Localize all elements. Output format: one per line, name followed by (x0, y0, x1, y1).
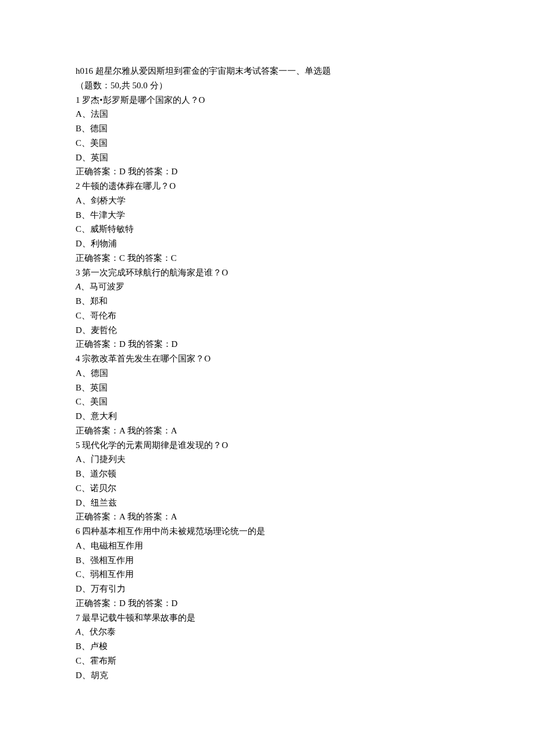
my-answer-value: A (171, 426, 177, 435)
correct-answer-value: D (119, 167, 126, 176)
correct-answer-value: D (119, 339, 126, 349)
option-separator: 、 (82, 411, 91, 421)
option-row: C、诺贝尔 (76, 481, 459, 496)
option-text: 电磁相互作用 (91, 541, 143, 550)
option-separator: 、 (81, 656, 90, 665)
option-letter: A (76, 627, 81, 636)
my-answer-value: C (171, 253, 177, 263)
option-text: 哥伦布 (90, 311, 116, 320)
option-text: 门捷列夫 (91, 454, 126, 464)
option-text: 诺贝尔 (90, 483, 116, 493)
option-separator: 、 (82, 368, 91, 378)
option-text: 剑桥大学 (91, 196, 126, 205)
option-row: D、利物浦 (76, 237, 459, 251)
option-row: B、德国 (76, 121, 459, 136)
option-row: C、美国 (76, 136, 459, 151)
option-separator: 、 (81, 138, 90, 148)
my-answer-label: 我的答案： (126, 167, 172, 176)
option-separator: 、 (81, 210, 90, 220)
option-separator: 、 (81, 469, 90, 478)
option-row: A、马可波罗 (76, 280, 459, 294)
option-letter: C (76, 311, 81, 320)
option-text: 卢梭 (90, 642, 108, 651)
option-letter: C (76, 569, 81, 579)
option-separator: 、 (82, 196, 91, 205)
option-letter: B (76, 383, 81, 392)
questions-container: 1 罗杰•彭罗斯是哪个国家的人？OA、法国B、德国C、美国D、英国正确答案：D … (76, 93, 459, 683)
question-number: 2 (76, 181, 82, 191)
correct-answer-value: C (119, 253, 125, 263)
answer-line: 正确答案：D 我的答案：D (76, 337, 459, 352)
question-number: 5 (76, 440, 82, 450)
option-letter: A (76, 282, 81, 291)
question-number: 1 (76, 95, 82, 105)
option-letter: C (76, 224, 81, 234)
option-separator: 、 (81, 124, 90, 133)
question-text: 宗教改革首先发生在哪个国家？O (82, 354, 211, 363)
option-letter: B (76, 556, 81, 565)
option-separator: 、 (81, 556, 90, 565)
option-letter: A (76, 196, 82, 205)
option-letter: C (76, 138, 81, 148)
option-row: D、意大利 (76, 409, 459, 424)
option-letter: C (76, 656, 81, 665)
option-letter: D (76, 411, 82, 421)
option-text: 弱相互作用 (90, 569, 134, 579)
option-letter: D (76, 584, 82, 593)
option-letter: A (76, 454, 82, 464)
option-text: 利物浦 (91, 239, 117, 248)
my-answer-label: 我的答案： (125, 253, 171, 263)
option-letter: B (76, 642, 81, 651)
question-number: 6 (76, 526, 82, 536)
option-letter: D (76, 671, 82, 680)
option-text: 霍布斯 (90, 656, 116, 665)
question-count: （题数：50,共 50.0 分） (76, 78, 459, 93)
option-text: 郑和 (90, 296, 108, 306)
question-stem: 7 最早记载牛顿和苹果故事的是 (76, 611, 459, 625)
option-row: D、万有引力 (76, 582, 459, 596)
option-separator: 、 (82, 498, 91, 507)
option-separator: 、 (82, 239, 91, 248)
option-row: B、牛津大学 (76, 208, 459, 223)
option-separator: 、 (81, 642, 90, 651)
correct-answer-value: A (119, 426, 125, 435)
option-separator: 、 (82, 671, 91, 680)
question-number: 7 (76, 613, 82, 622)
option-letter: A (76, 109, 82, 119)
option-letter: D (76, 498, 82, 507)
option-letter: C (76, 483, 81, 493)
question-text: 最早记载牛顿和苹果故事的是 (82, 613, 195, 622)
correct-answer-label: 正确答案： (76, 339, 119, 349)
option-separator: 、 (81, 224, 90, 234)
option-separator: 、 (81, 311, 90, 320)
option-row: B、强相互作用 (76, 553, 459, 568)
option-separator: 、 (82, 109, 91, 119)
option-separator: 、 (81, 569, 90, 579)
option-text: 法国 (91, 109, 108, 119)
option-row: B、道尔顿 (76, 467, 459, 481)
option-row: D、胡克 (76, 668, 459, 683)
option-letter: D (76, 153, 82, 162)
option-letter: A (76, 541, 82, 550)
option-letter: B (76, 469, 81, 478)
my-answer-value: D (172, 339, 178, 349)
correct-answer-value: A (119, 512, 125, 521)
option-text: 强相互作用 (90, 556, 134, 565)
question-stem: 1 罗杰•彭罗斯是哪个国家的人？O (76, 93, 459, 108)
my-answer-label: 我的答案： (125, 426, 171, 435)
page-title: h016 超星尔雅从爱因斯坦到霍金的宇宙期末考试答案一一、单选题 (76, 64, 459, 78)
option-text: 意大利 (91, 411, 117, 421)
my-answer-value: D (172, 599, 178, 608)
correct-answer-value: D (119, 599, 126, 608)
option-row: C、威斯特敏特 (76, 222, 459, 237)
question-number: 3 (76, 268, 82, 277)
option-separator: 、 (81, 483, 90, 493)
option-row: A、法国 (76, 107, 459, 121)
question-stem: 3 第一次完成环球航行的航海家是谁？O (76, 266, 459, 280)
option-text: 伏尔泰 (90, 627, 116, 636)
option-separator: 、 (82, 153, 91, 162)
option-text: 道尔顿 (90, 469, 116, 478)
option-separator: 、 (82, 454, 91, 464)
option-separator: 、 (81, 296, 90, 306)
option-separator: 、 (81, 383, 90, 392)
